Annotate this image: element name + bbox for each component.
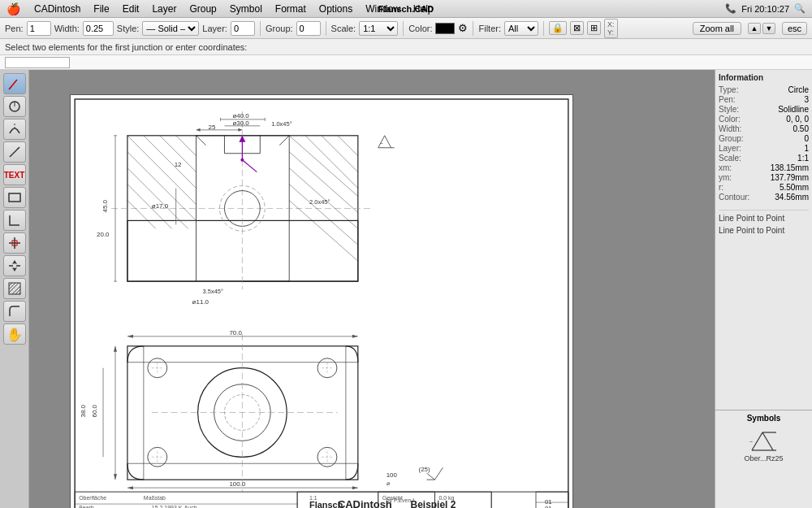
svg-text:1.0x45°: 1.0x45° bbox=[271, 120, 292, 128]
hatch-tool-button[interactable] bbox=[3, 278, 26, 299]
info-val-width: 0.50 bbox=[793, 124, 809, 133]
layer-input[interactable] bbox=[231, 21, 255, 36]
esc-button[interactable]: esc bbox=[782, 22, 807, 35]
menu-file[interactable]: File bbox=[88, 2, 114, 16]
layer-label: Layer: bbox=[202, 24, 227, 33]
toolbar-separator-1 bbox=[260, 21, 261, 36]
color-settings-icon[interactable]: ⚙ bbox=[458, 22, 468, 34]
zoom-all-button[interactable]: Zoom all bbox=[693, 22, 741, 35]
menu-layer[interactable]: Layer bbox=[146, 2, 182, 16]
svg-text:~: ~ bbox=[749, 439, 753, 445]
svg-text:38.0: 38.0 bbox=[80, 404, 87, 417]
window-title: Flansch.CAD bbox=[378, 4, 434, 14]
clock-time: Fri 20:10:27 bbox=[741, 4, 789, 14]
info-row-group: Group: 0 bbox=[719, 134, 809, 143]
main-area: TEXT bbox=[0, 70, 812, 508]
arc-tool-button[interactable] bbox=[3, 119, 26, 140]
info-key-r: r: bbox=[719, 183, 723, 192]
circle-tool-button[interactable] bbox=[3, 96, 26, 117]
svg-text:60.0: 60.0 bbox=[91, 404, 98, 417]
toolbar-separator-3 bbox=[403, 21, 404, 36]
toolbar-separator-2 bbox=[326, 21, 326, 36]
svg-line-15 bbox=[9, 283, 12, 286]
scroll-controls: ▲ ▼ bbox=[745, 21, 779, 36]
hand-tool-button[interactable]: ✋ bbox=[3, 323, 26, 345]
diagonal-tool-button[interactable] bbox=[3, 141, 26, 163]
color-swatch[interactable] bbox=[435, 23, 455, 34]
info-val-ym: 137.79mm bbox=[771, 173, 809, 182]
info-row-xm: xm: 138.15mm bbox=[719, 163, 809, 172]
info-val-r: 5.50mm bbox=[780, 183, 809, 192]
move-tool-button[interactable] bbox=[3, 255, 26, 276]
svg-text:by F.Even t: by F.Even t bbox=[387, 497, 415, 504]
menu-group[interactable]: Group bbox=[184, 2, 222, 16]
right-panel: Information Type: Circle Pen: 3 Style: S… bbox=[715, 70, 812, 508]
svg-text:70.0: 70.0 bbox=[229, 329, 242, 336]
scale-label: Scale: bbox=[331, 24, 356, 33]
filter-select[interactable]: All bbox=[504, 21, 538, 36]
info-panel: Information Type: Circle Pen: 3 Style: S… bbox=[715, 70, 812, 410]
svg-text:12: 12 bbox=[175, 161, 182, 168]
menu-edit[interactable]: Edit bbox=[117, 2, 145, 16]
info-row-ym: ym: 137.79mm bbox=[719, 173, 809, 182]
info-row-color: Color: 0, 0, 0 bbox=[719, 115, 809, 124]
canvas-area[interactable]: ø40.0 ø30.0 1.0x45° 2.0x45° 25 45.0 bbox=[29, 70, 715, 508]
menu-app[interactable]: CADintosh bbox=[28, 2, 86, 16]
width-label: Width: bbox=[54, 24, 80, 33]
coordbar bbox=[0, 55, 812, 70]
coord-input[interactable] bbox=[5, 57, 70, 68]
search-icon[interactable]: 🔍 bbox=[794, 3, 806, 14]
mirror-icon[interactable]: ⊞ bbox=[587, 21, 601, 35]
symbols-panel-title: Symbols bbox=[719, 414, 809, 423]
symbol-label: Ober...Rz25 bbox=[744, 454, 783, 462]
info-key-xm: xm: bbox=[719, 163, 732, 172]
drawing-canvas[interactable]: ø40.0 ø30.0 1.0x45° 2.0x45° 25 45.0 bbox=[70, 94, 573, 508]
svg-text:CADintosh: CADintosh bbox=[338, 498, 392, 508]
corner-tool-button[interactable] bbox=[3, 210, 26, 231]
svg-text:01: 01 bbox=[545, 505, 552, 508]
pen-input[interactable] bbox=[27, 21, 51, 36]
svg-text:Bearb.: Bearb. bbox=[79, 505, 96, 508]
filter-label: Filter: bbox=[478, 24, 501, 33]
pen-label: Pen: bbox=[5, 24, 24, 33]
trim-tool-button[interactable] bbox=[3, 232, 26, 254]
info-section-2: Line Point to Point bbox=[719, 226, 809, 235]
style-select[interactable]: — Solid — Dashed Dotted bbox=[142, 21, 199, 36]
lock-icon[interactable]: 🔒 bbox=[549, 21, 567, 35]
group-input[interactable] bbox=[296, 21, 321, 36]
scroll-down-icon[interactable]: ▼ bbox=[762, 23, 775, 34]
scale-select[interactable]: 1:1 1:2 2:1 bbox=[359, 21, 398, 36]
text-tool-button[interactable]: TEXT bbox=[3, 164, 26, 185]
width-input[interactable] bbox=[83, 21, 114, 36]
toolbar-separator-4 bbox=[473, 21, 473, 36]
rectangle-tool-button[interactable] bbox=[3, 187, 26, 208]
menu-symbol[interactable]: Symbol bbox=[224, 2, 268, 16]
info-key-pen: Pen: bbox=[719, 95, 736, 104]
info-key-style: Style: bbox=[719, 105, 739, 114]
info-row-style: Style: Solidline bbox=[719, 105, 809, 114]
svg-text:20.0: 20.0 bbox=[97, 231, 110, 238]
svg-line-149 bbox=[752, 432, 762, 450]
svg-line-16 bbox=[9, 283, 15, 289]
symbol-roughness[interactable]: ~ Ober...Rz25 bbox=[719, 426, 809, 462]
unlock-icon[interactable]: ⊠ bbox=[570, 21, 584, 35]
scroll-up-icon[interactable]: ▲ bbox=[748, 23, 761, 34]
left-toolbar: TEXT bbox=[0, 70, 29, 508]
info-row-type: Type: Circle bbox=[719, 85, 809, 94]
info-section-1: Line Point to Point bbox=[719, 210, 809, 223]
svg-text:(25): (25) bbox=[419, 466, 430, 473]
info-row-layer: Layer: 1 bbox=[719, 144, 809, 153]
svg-text:ø30.0: ø30.0 bbox=[232, 119, 249, 127]
menu-options[interactable]: Options bbox=[313, 2, 358, 16]
pen-tool-button[interactable] bbox=[3, 73, 26, 94]
svg-point-148 bbox=[240, 158, 244, 162]
fillet-tool-button[interactable] bbox=[3, 301, 26, 322]
svg-text:3.5x45°: 3.5x45° bbox=[203, 288, 223, 295]
svg-text:2.0x45°: 2.0x45° bbox=[309, 198, 330, 206]
menu-format[interactable]: Format bbox=[270, 2, 312, 16]
svg-text:100.0: 100.0 bbox=[229, 480, 245, 488]
status-message: Select two elements for the first juncti… bbox=[5, 42, 247, 52]
apple-menu-icon[interactable]: 🍎 bbox=[6, 2, 20, 15]
toolbar-separator-5 bbox=[543, 21, 544, 36]
svg-text:ø11.0: ø11.0 bbox=[192, 298, 209, 306]
